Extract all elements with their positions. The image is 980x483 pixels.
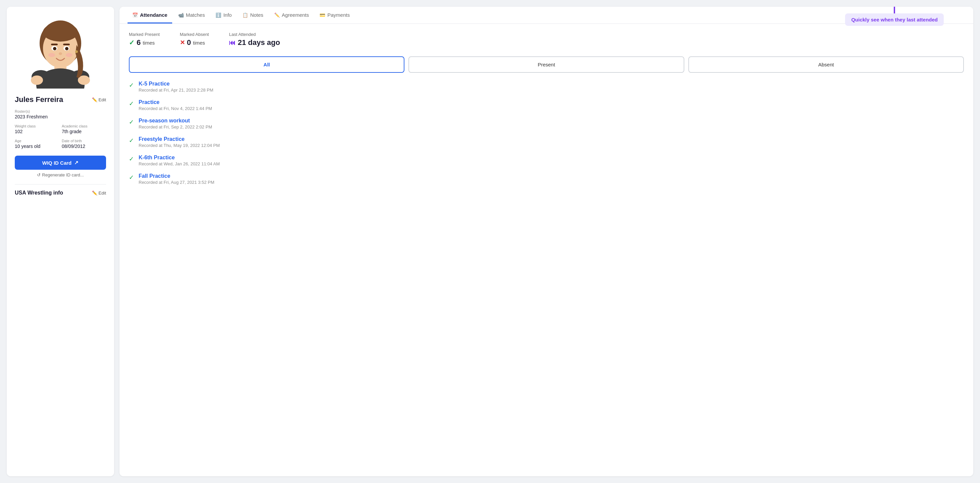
divider: [15, 184, 106, 184]
stat-last-attended-value: 21 days ago: [238, 38, 280, 47]
filter-row: All Present Absent: [129, 56, 964, 73]
attendance-info-5: Fall Practice Recorded at Fri, Aug 27, 2…: [138, 173, 214, 185]
svg-point-13: [53, 47, 56, 50]
attendance-record-0: ✓ K-5 Practice Recorded at Fri, Apr 21, …: [129, 81, 964, 92]
svg-rect-10: [63, 44, 70, 45]
calendar-icon: 📅: [132, 13, 138, 18]
svg-point-14: [65, 47, 68, 50]
svg-point-16: [75, 50, 78, 53]
stats-row: Marked Present ✓ 6 times Marked Absent ✕…: [129, 32, 964, 47]
usa-edit-link[interactable]: ✏️ Edit: [92, 191, 106, 195]
attendance-name-3: Freestyle Practice: [138, 136, 220, 142]
main-content: 📅 Attendance 📹 Matches ℹ️ Info 📋 Notes ✏…: [119, 7, 973, 476]
stat-absent-count: 0: [187, 38, 191, 47]
attendance-date-5: Recorded at Fri, Aug 27, 2021 3:52 PM: [138, 180, 214, 185]
wiq-id-card-button[interactable]: WIQ ID Card ↗: [15, 156, 106, 170]
attendance-date-3: Recorded at Thu, May 19, 2022 12:04 PM: [138, 143, 220, 148]
profile-edit-link[interactable]: ✏️ Edit: [92, 97, 106, 102]
attendance-date-0: Recorded at Fri, Apr 21, 2023 2:28 PM: [138, 87, 213, 92]
sidebar: Jules Ferreira ✏️ Edit Roster(s) 2023 Fr…: [7, 7, 114, 476]
filter-present-button[interactable]: Present: [409, 56, 684, 73]
tab-agreements[interactable]: ✏️ Agreements: [269, 7, 314, 24]
check-icon-5: ✓: [129, 174, 134, 181]
tab-matches-label: Matches: [186, 12, 205, 18]
clock-icon: ⏮: [229, 39, 235, 47]
tab-agreements-label: Agreements: [282, 12, 309, 18]
stat-present-count: 6: [137, 38, 141, 47]
tab-bar: 📅 Attendance 📹 Matches ℹ️ Info 📋 Notes ✏…: [119, 7, 973, 24]
stat-absent: Marked Absent ✕ 0 times: [180, 32, 209, 47]
attendance-record-2: ✓ Pre-season workout Recorded at Fri, Se…: [129, 118, 964, 129]
filter-all-button[interactable]: All: [129, 56, 404, 73]
regenerate-link[interactable]: ↺ Regenerate ID card...: [15, 172, 106, 178]
filter-absent-button[interactable]: Absent: [688, 56, 964, 73]
attendance-panel: Marked Present ✓ 6 times Marked Absent ✕…: [119, 24, 973, 193]
attendance-name-0: K-5 Practice: [138, 81, 213, 87]
attendance-info-0: K-5 Practice Recorded at Fri, Apr 21, 20…: [138, 81, 213, 92]
stat-absent-label: Marked Absent: [180, 32, 209, 37]
attendance-list: ✓ K-5 Practice Recorded at Fri, Apr 21, …: [129, 81, 964, 185]
roster-field: Roster(s) 2023 Freshmen: [15, 110, 106, 119]
tab-attendance[interactable]: 📅 Attendance: [127, 7, 172, 24]
profile-name: Jules Ferreira: [15, 95, 63, 104]
wiq-btn-label: WIQ ID Card: [42, 160, 72, 166]
svg-point-15: [59, 52, 62, 55]
check-icon-3: ✓: [129, 137, 134, 144]
roster-value: 2023 Freshmen: [15, 114, 106, 119]
payments-icon: 💳: [320, 13, 325, 18]
attendance-record-4: ✓ K-6th Practice Recorded at Wed, Jan 26…: [129, 155, 964, 166]
stat-present-label: Marked Present: [129, 32, 160, 37]
attendance-record-5: ✓ Fall Practice Recorded at Fri, Aug 27,…: [129, 173, 964, 185]
dob-value: 08/09/2012: [62, 143, 106, 149]
usa-section-header: USA Wrestling info ✏️ Edit: [15, 190, 106, 196]
attendance-date-2: Recorded at Fri, Sep 2, 2022 2:02 PM: [138, 124, 212, 129]
tab-attendance-label: Attendance: [140, 12, 167, 18]
age-field: Age 10 years old: [15, 139, 59, 149]
video-icon: 📹: [178, 13, 184, 18]
academic-class-field: Academic class 7th grade: [62, 124, 106, 134]
dob-label: Date of birth: [62, 139, 106, 143]
avatar: [27, 15, 94, 89]
stat-last-attended-label: Last Attended: [229, 32, 280, 37]
pencil-icon-2: ✏️: [92, 191, 97, 195]
svg-point-8: [43, 23, 78, 41]
attendance-record-1: ✓ Practice Recorded at Fri, Nov 4, 2022 …: [129, 99, 964, 111]
check-icon-4: ✓: [129, 155, 134, 163]
weight-class-value: 102: [15, 129, 59, 134]
tab-info-label: Info: [223, 12, 232, 18]
check-icon-1: ✓: [129, 100, 134, 107]
avatar-container: [15, 15, 106, 89]
roster-label: Roster(s): [15, 110, 106, 113]
check-icon-0: ✓: [129, 81, 134, 89]
tab-info[interactable]: ℹ️ Info: [211, 7, 236, 24]
attendance-name-2: Pre-season workout: [138, 118, 212, 124]
weight-class-field: Weight class 102: [15, 124, 59, 134]
profile-name-row: Jules Ferreira ✏️ Edit: [15, 95, 106, 104]
tab-notes-label: Notes: [250, 12, 263, 18]
external-link-icon: ↗: [74, 160, 78, 166]
tab-payments-label: Payments: [327, 12, 350, 18]
weight-class-label: Weight class: [15, 124, 59, 128]
svg-point-18: [66, 53, 73, 57]
attendance-info-4: K-6th Practice Recorded at Wed, Jan 26, …: [138, 155, 220, 166]
stat-present: Marked Present ✓ 6 times: [129, 32, 160, 47]
academic-class-label: Academic class: [62, 124, 106, 128]
attendance-info-3: Freestyle Practice Recorded at Thu, May …: [138, 136, 220, 148]
info-icon: ℹ️: [215, 13, 221, 18]
usa-section-title: USA Wrestling info: [15, 190, 63, 196]
tab-notes[interactable]: 📋 Notes: [238, 7, 268, 24]
refresh-icon: ↺: [37, 172, 41, 178]
attendance-record-3: ✓ Freestyle Practice Recorded at Thu, Ma…: [129, 136, 964, 148]
notes-icon: 📋: [242, 13, 248, 18]
check-icon: ✓: [129, 38, 135, 47]
stat-absent-unit: times: [193, 40, 205, 46]
svg-point-5: [31, 75, 43, 85]
agreements-icon: ✏️: [274, 13, 280, 18]
tab-matches[interactable]: 📹 Matches: [173, 7, 210, 24]
x-icon: ✕: [180, 39, 185, 46]
attendance-info-2: Pre-season workout Recorded at Fri, Sep …: [138, 118, 212, 129]
svg-point-17: [48, 53, 55, 57]
tab-payments[interactable]: 💳 Payments: [315, 7, 355, 24]
academic-class-value: 7th grade: [62, 129, 106, 134]
age-label: Age: [15, 139, 59, 143]
